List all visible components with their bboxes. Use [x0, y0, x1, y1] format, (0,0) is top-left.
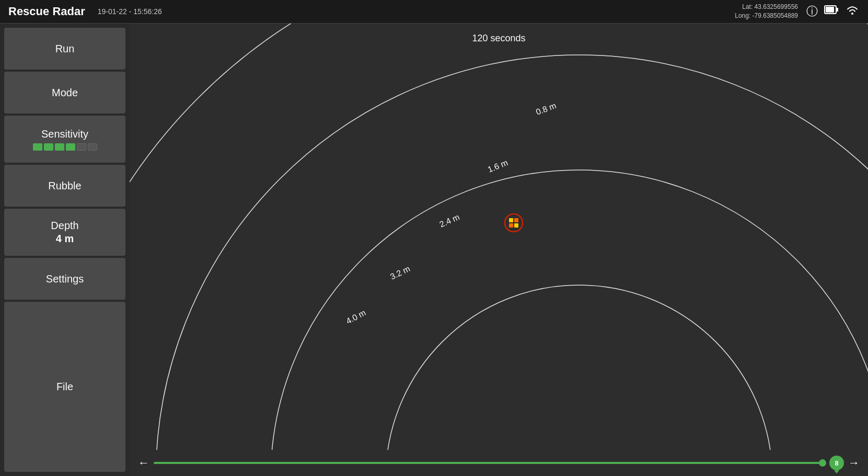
timeline-left-arrow[interactable]: ← [138, 456, 149, 470]
timeline-badge: 8 [829, 456, 844, 470]
svg-rect-11 [514, 218, 518, 222]
sidebar: Run Mode Sensitivity Rubble Depth 4 m Se… [0, 24, 130, 476]
timeline-right-arrow[interactable]: → [848, 456, 860, 470]
sens-bar-3 [55, 143, 64, 151]
timeline-fill [154, 462, 825, 464]
svg-text:2.4 m: 2.4 m [438, 212, 460, 229]
sens-bar-2 [44, 143, 53, 151]
wifi-icon [845, 4, 860, 19]
svg-rect-1 [826, 7, 834, 13]
svg-rect-13 [514, 223, 518, 228]
gps-info: Lat: 43.6325699556 Long: -79.6385054889 [735, 3, 798, 20]
header-icons: ⓘ [806, 4, 860, 19]
timeline-bar: ← 8 → [130, 450, 868, 476]
radar-area: 120 seconds 0.8 m 1.6 m 2.4 m 3.2 m 4.0 … [130, 24, 868, 476]
svg-point-9 [505, 214, 523, 232]
help-icon[interactable]: ⓘ [806, 4, 818, 19]
mode-button[interactable]: Mode [4, 72, 125, 114]
svg-text:1.6 m: 1.6 m [487, 158, 509, 174]
main-content: Run Mode Sensitivity Rubble Depth 4 m Se… [0, 24, 868, 476]
sens-bar-5 [77, 143, 86, 151]
svg-text:4.0 m: 4.0 m [344, 308, 367, 326]
svg-rect-10 [509, 218, 513, 222]
depth-value: 4 m [56, 233, 74, 245]
timer-label: 120 seconds [472, 33, 525, 44]
timeline-thumb [819, 459, 826, 467]
timeline-track[interactable] [154, 462, 825, 464]
svg-rect-2 [836, 8, 838, 12]
sens-bar-1 [33, 143, 42, 151]
settings-button[interactable]: Settings [4, 258, 125, 300]
battery-icon [824, 4, 839, 19]
svg-text:3.2 m: 3.2 m [389, 264, 411, 281]
gps-long: Long: -79.6385054889 [735, 12, 798, 20]
svg-point-3 [851, 13, 853, 15]
sensitivity-button[interactable]: Sensitivity [4, 116, 125, 163]
svg-text:0.8 m: 0.8 m [535, 101, 557, 117]
radar-svg: 0.8 m 1.6 m 2.4 m 3.2 m 4.0 m [130, 24, 868, 476]
sensitivity-bars [33, 143, 97, 151]
target-marker [504, 213, 523, 232]
sens-bar-4 [66, 143, 75, 151]
run-button[interactable]: Run [4, 28, 125, 70]
file-button[interactable]: File [4, 302, 125, 472]
sens-bar-6 [88, 143, 97, 151]
depth-button[interactable]: Depth 4 m [4, 209, 125, 256]
svg-rect-12 [509, 223, 513, 228]
datetime-label: 19-01-22 - 15:56:26 [98, 7, 735, 16]
app-title: Rescue Radar [8, 5, 85, 18]
rubble-button[interactable]: Rubble [4, 165, 125, 207]
app-header: Rescue Radar 19-01-22 - 15:56:26 Lat: 43… [0, 0, 868, 24]
gps-lat: Lat: 43.6325699556 [735, 3, 798, 12]
